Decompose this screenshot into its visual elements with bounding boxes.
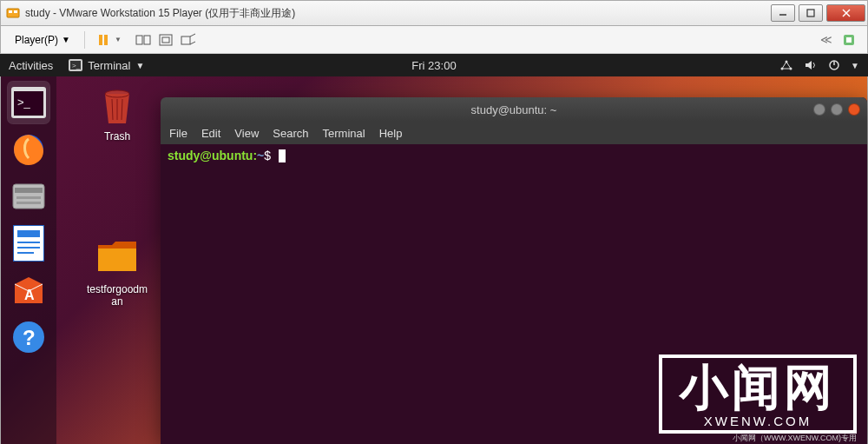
window-title: study - VMware Workstation 15 Player (仅用… <box>25 6 769 21</box>
menu-view[interactable]: View <box>234 127 259 140</box>
svg-line-25 <box>786 62 791 69</box>
desktop-folder-label: testforgoodman <box>86 283 148 308</box>
svg-rect-12 <box>162 37 169 43</box>
watermark-sub: XWENW.COM <box>680 414 836 428</box>
prompt-sym: $ <box>264 149 271 162</box>
terminal-close[interactable] <box>848 103 860 116</box>
svg-line-15 <box>190 42 195 44</box>
unity-icon[interactable] <box>181 32 196 48</box>
watermark: 小闻网 XWENW.COM <box>659 355 857 434</box>
svg-marker-27 <box>806 61 812 70</box>
ubuntu-top-bar: Activities >_ Terminal ▼ Fri 23:00 ▼ <box>0 54 868 76</box>
svg-rect-37 <box>16 202 41 204</box>
svg-rect-17 <box>846 37 852 43</box>
windows-titlebar: study - VMware Workstation 15 Player (仅用… <box>0 0 868 26</box>
dock: >_ A ? <box>1 76 56 444</box>
dock-software[interactable]: A <box>8 269 49 311</box>
pause-icon[interactable] <box>95 32 111 48</box>
desktop-trash[interactable]: Trash <box>86 85 148 142</box>
terminal-menubar: File Edit View Search Terminal Help <box>161 122 867 144</box>
player-menu-label: Player(P) <box>15 34 58 46</box>
cycle-icon[interactable] <box>841 32 857 48</box>
system-tray: ▼ <box>779 59 859 71</box>
folder-icon <box>96 238 138 280</box>
svg-rect-2 <box>14 10 17 13</box>
svg-text:A: A <box>24 288 35 302</box>
dock-files[interactable] <box>8 176 49 217</box>
window-buttons <box>769 4 867 22</box>
svg-rect-4 <box>807 10 814 17</box>
svg-rect-35 <box>15 188 43 193</box>
dock-libreoffice[interactable] <box>8 222 49 264</box>
svg-rect-10 <box>144 36 150 44</box>
clock[interactable]: Fri 23:00 <box>411 59 456 72</box>
separator <box>84 31 85 49</box>
svg-rect-7 <box>99 35 102 45</box>
player-menu[interactable]: Player(P)▼ <box>8 31 77 49</box>
volume-icon[interactable] <box>804 59 818 71</box>
menu-search[interactable]: Search <box>273 127 308 140</box>
svg-text:?: ? <box>23 326 36 349</box>
maximize-button[interactable] <box>799 4 823 22</box>
chevron-down-icon: ▼ <box>62 35 70 44</box>
send-ctrl-alt-del-icon[interactable] <box>135 32 151 48</box>
fullscreen-icon[interactable] <box>158 32 174 48</box>
terminal-body[interactable]: study@ubuntu:~$ <box>161 144 867 169</box>
app-indicator-label: Terminal <box>88 59 130 72</box>
svg-rect-11 <box>160 35 172 45</box>
desktop-trash-label: Trash <box>86 130 148 142</box>
dock-help[interactable]: ? <box>8 316 49 358</box>
terminal-titlebar[interactable]: study@ubuntu: ~ <box>161 97 867 122</box>
app-indicator[interactable]: >_ Terminal ▼ <box>69 59 144 72</box>
terminal-window: study@ubuntu: ~ File Edit View Search Te… <box>161 97 867 444</box>
vmware-app-icon <box>6 6 20 20</box>
svg-rect-9 <box>136 36 142 44</box>
vmware-toolbar: Player(P)▼ ▼ ≪ <box>0 26 868 54</box>
power-icon[interactable] <box>828 59 840 71</box>
menu-edit[interactable]: Edit <box>201 127 220 140</box>
menu-terminal[interactable]: Terminal <box>323 127 365 140</box>
terminal-minimize[interactable] <box>813 103 825 116</box>
svg-rect-36 <box>16 196 41 199</box>
svg-line-14 <box>190 34 195 36</box>
svg-rect-1 <box>9 10 12 13</box>
svg-text:>_: >_ <box>72 62 81 70</box>
chevron-down-icon: ▼ <box>135 61 144 70</box>
watermark-strip: 小闻网（WWW.XWENW.COM)专用 <box>733 433 857 444</box>
terminal-maximize[interactable] <box>831 103 843 116</box>
watermark-main: 小闻网 <box>680 363 836 412</box>
minimize-button[interactable] <box>771 4 795 22</box>
cursor <box>279 149 286 162</box>
ubuntu-desktop: >_ A ? Trash testforgoodman study@ubuntu… <box>0 76 868 444</box>
terminal-title: study@ubuntu: ~ <box>471 103 557 116</box>
svg-line-24 <box>782 62 786 69</box>
activities-button[interactable]: Activities <box>9 59 53 72</box>
svg-rect-8 <box>104 35 108 45</box>
trash-icon <box>96 85 138 127</box>
svg-rect-13 <box>181 36 190 44</box>
desktop-folder[interactable]: testforgoodman <box>86 238 148 308</box>
menu-file[interactable]: File <box>169 127 187 140</box>
close-button[interactable] <box>826 4 865 22</box>
collapse-icon[interactable]: ≪ <box>819 32 834 48</box>
terminal-indicator-icon: >_ <box>69 59 82 71</box>
dock-terminal[interactable]: >_ <box>8 82 49 123</box>
menu-help[interactable]: Help <box>379 127 403 140</box>
prompt-user: study@ubuntu <box>168 149 253 162</box>
dock-firefox[interactable] <box>8 129 49 170</box>
pause-dropdown-icon[interactable]: ▼ <box>115 36 122 43</box>
svg-text:>_: >_ <box>17 96 31 109</box>
svg-rect-39 <box>17 230 40 237</box>
network-icon[interactable] <box>779 59 793 71</box>
chevron-down-icon[interactable]: ▼ <box>851 61 859 70</box>
